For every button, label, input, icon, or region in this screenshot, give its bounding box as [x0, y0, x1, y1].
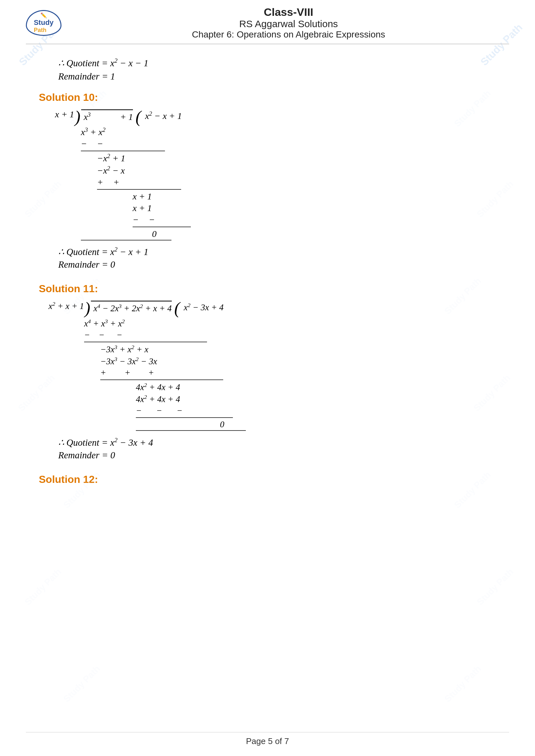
solution-11-block: Solution 11: x2 + x + 1 ) x4 − 2x3 + 2x2… — [39, 283, 496, 461]
div10-step5-signs: + + — [81, 176, 496, 188]
div11-quotient: x2 − 3x + 4 — [183, 301, 223, 312]
solution-11-division: x2 + x + 1 ) x4 − 2x3 + 2x2 + x + 4 ( x2… — [48, 301, 496, 431]
sol10-quotient: ∴ Quotient = x2 − x + 1 — [58, 246, 496, 257]
header-titles: Class-VIII RS Aggarwal Solutions Chapter… — [68, 6, 509, 40]
solution-10-label: Solution 10: — [39, 92, 496, 103]
solution-10-division: x + 1 ) x3 + 1 ( x2 − x + 1 — [55, 109, 496, 240]
div11-steps: x4 + x3 + x2 − − − −3x3 + x2 + x — [84, 317, 496, 431]
div10-step1: x3 + x2 — [81, 126, 496, 138]
logo-study-text: Study — [34, 18, 53, 27]
div10-step4: −x2 − x — [81, 164, 496, 176]
header-series: RS Aggarwal Solutions — [68, 18, 509, 29]
watermark-13: Study Path — [23, 567, 63, 607]
div11-step9: 0 — [136, 419, 246, 431]
div11-quotient-paren: ( — [174, 300, 180, 317]
div10-sep2 — [97, 189, 181, 190]
div11-step3: −3x3 + x2 + x — [84, 343, 496, 355]
div11-step8-signs: − − − — [84, 405, 496, 416]
top-quotient: ∴ Quotient = x2 − x − 1 — [58, 57, 496, 68]
div10-steps: x3 + x2 − − −x2 + 1 −x2 − x — [81, 126, 496, 240]
solution-12-label: Solution 12: — [39, 473, 496, 485]
div10-step2-signs: − − — [81, 138, 496, 149]
div10-sep3 — [133, 227, 191, 227]
div11-dividend-area: x4 − 2x3 + 2x2 + x + 4 — [91, 301, 172, 313]
div10-step6: x + 1 — [81, 191, 496, 202]
watermark-16: Study Path — [442, 663, 483, 704]
solution-11-label: Solution 11: — [39, 283, 496, 295]
solution-12-block: Solution 12: — [39, 473, 496, 485]
main-content: ∴ Quotient = x2 − x − 1 Remainder = 1 So… — [26, 54, 509, 501]
div11-step4: −3x3 − 3x2 − 3x — [84, 355, 496, 367]
div10-quotient: x2 − x + 1 — [144, 109, 182, 121]
div11-first-row: x2 + x + 1 ) x4 − 2x3 + 2x2 + x + 4 ( x2… — [48, 301, 496, 317]
div10-sep1 — [81, 150, 165, 151]
page-number: Page 5 of 7 — [246, 736, 289, 746]
div11-sep1 — [84, 342, 207, 342]
div10-step7: x + 1 — [81, 202, 496, 214]
div10-dividend-area: x3 + 1 — [81, 109, 133, 122]
footer: Page 5 of 7 — [26, 732, 509, 746]
div11-step2-signs: − − − — [84, 329, 496, 341]
sol10-remainder: Remainder = 0 — [58, 259, 496, 270]
logo-circle: ✏️ Study Path — [26, 10, 62, 36]
div11-step7: 4x2 + 4x + 4 — [84, 393, 496, 405]
top-results: ∴ Quotient = x2 − x − 1 Remainder = 1 — [39, 57, 496, 82]
div10-quotient-paren: ( — [135, 109, 141, 125]
div10-first-row: x + 1 ) x3 + 1 ( x2 − x + 1 — [55, 109, 496, 126]
div11-sep3 — [136, 417, 233, 418]
header-chapter: Chapter 6: Operations on Algebraic Expre… — [68, 29, 509, 40]
div10-step8-signs: − − — [81, 214, 496, 226]
watermark-15: Study Path — [62, 663, 102, 704]
div10-step9: 0 — [81, 228, 171, 240]
page: Study Path Study Path Study Path Study P… — [0, 0, 535, 756]
div11-step1: x4 + x3 + x2 — [84, 317, 496, 329]
solution-10-block: Solution 10: x + 1 ) x3 + 1 — [39, 92, 496, 270]
div11-divisor: x2 + x + 1 — [48, 301, 84, 313]
div10-divisor: x + 1 — [55, 109, 74, 122]
div10-step3: −x2 + 1 — [81, 152, 496, 164]
header: ✏️ Study Path Class-VIII RS Aggarwal Sol… — [26, 0, 509, 44]
sol11-quotient: ∴ Quotient = x2 − 3x + 4 — [58, 437, 496, 448]
logo-path-text: Path — [34, 27, 53, 34]
watermark-14: Study Path — [475, 567, 516, 607]
header-class: Class-VIII — [68, 6, 509, 18]
top-remainder: Remainder = 1 — [58, 71, 496, 82]
sol11-remainder: Remainder = 0 — [58, 450, 496, 461]
div11-bracket: ) — [85, 300, 90, 317]
div11-step5-signs: + + + — [84, 367, 496, 378]
div11-step6: 4x2 + 4x + 4 — [84, 381, 496, 393]
div11-sep2 — [100, 379, 223, 380]
logo-area: ✏️ Study Path — [26, 10, 68, 36]
div10-bracket: ) — [75, 109, 80, 125]
